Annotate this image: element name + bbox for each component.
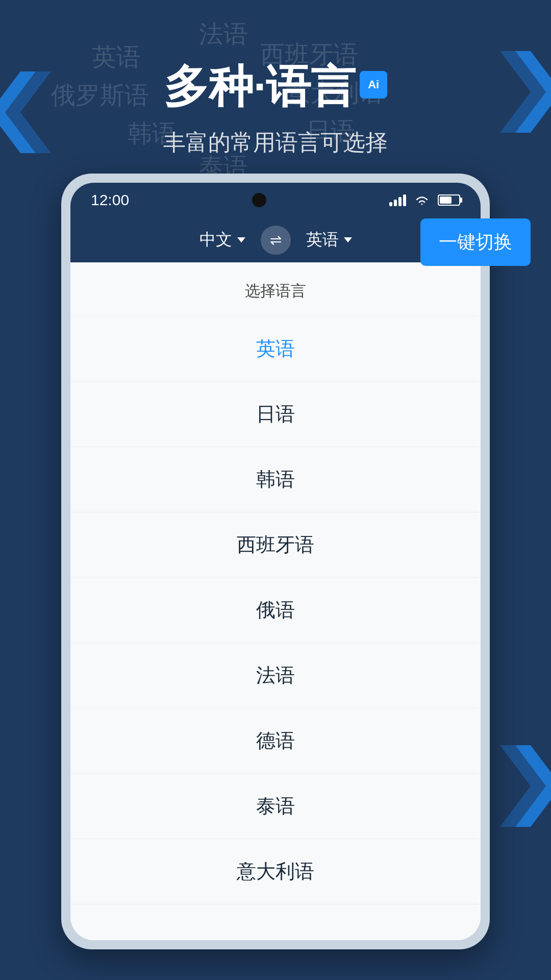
subtitle: 丰富的常用语言可选择 <box>163 128 388 158</box>
title-cube-icon: Ai <box>360 71 387 99</box>
toolbar: 中文 ⇌ 英语 <box>70 217 481 262</box>
lang-item-japanese[interactable]: 日语 <box>70 382 481 447</box>
lang-item-korean[interactable]: 韩语 <box>70 447 481 512</box>
target-lang-label: 英语 <box>306 229 339 251</box>
header-section: 多种·语言 Ai 丰富的常用语言可选择 <box>0 0 551 184</box>
status-bar: 12:00 <box>70 183 481 217</box>
lang-item-german[interactable]: 德语 <box>70 708 481 774</box>
phone-screen: 12:00 <box>70 183 481 940</box>
signal-icon <box>389 194 406 206</box>
status-time: 12:00 <box>91 191 129 209</box>
lang-item-russian[interactable]: 俄语 <box>70 578 481 643</box>
battery-icon <box>438 194 460 206</box>
language-list: 选择语言 英语 日语 韩语 西班牙语 俄语 法语 德语 泰语 意大利语 <box>70 262 481 940</box>
lang-item-english[interactable]: 英语 <box>70 316 481 382</box>
phone-mockup: 12:00 <box>61 174 490 949</box>
lang-item-spanish[interactable]: 西班牙语 <box>70 512 481 578</box>
lang-item-italian[interactable]: 意大利语 <box>70 839 481 904</box>
source-lang-label: 中文 <box>199 229 232 251</box>
wifi-icon <box>414 194 430 206</box>
swap-icon: ⇌ <box>270 232 282 249</box>
lang-item-french[interactable]: 法语 <box>70 643 481 708</box>
right-bottom-chevron-decoration <box>490 735 551 837</box>
target-lang-arrow <box>344 237 352 242</box>
swap-button[interactable]: ⇌ <box>261 226 291 255</box>
status-icons <box>389 194 460 206</box>
one-click-label: 一键切换 <box>439 231 512 252</box>
lang-list-header: 选择语言 <box>70 262 481 316</box>
camera-notch <box>252 193 266 207</box>
main-title: 多种·语言 Ai <box>164 57 387 117</box>
source-lang-arrow <box>237 237 245 242</box>
one-click-switch-button[interactable]: 一键切换 <box>420 218 531 266</box>
lang-item-thai[interactable]: 泰语 <box>70 774 481 839</box>
target-lang-selector[interactable]: 英语 <box>306 229 352 251</box>
source-lang-selector[interactable]: 中文 <box>199 229 245 251</box>
main-title-text: 多种·语言 <box>164 57 356 117</box>
